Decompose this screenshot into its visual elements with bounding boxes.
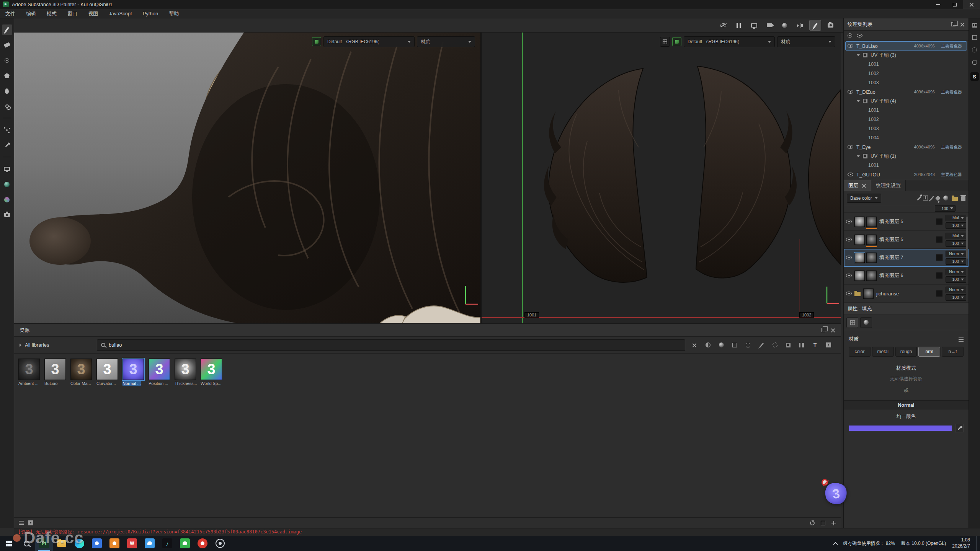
search-input[interactable] [109,342,681,348]
menu-mode[interactable]: 模式 [41,9,62,18]
screenshot-button[interactable] [825,20,836,31]
uv-grid-toggle[interactable] [660,37,670,47]
colorspace-select[interactable]: Default - sRGB IEC6196( [684,36,775,47]
add-asset-icon[interactable] [831,521,836,525]
layer-name[interactable]: 填充图层 7 [879,254,933,261]
filter-textures[interactable] [784,341,793,350]
asset-item-selected[interactable]: 3 Normal ... [122,359,144,386]
color-swatch[interactable] [849,425,952,431]
eye-icon[interactable] [846,256,852,259]
scrollbar[interactable] [966,217,968,259]
opacity-select[interactable]: 100 [946,294,966,301]
blend-mode-select[interactable]: Norm [946,287,966,293]
opacity-select[interactable]: 100 [946,258,966,265]
cube-view-icon[interactable] [972,60,977,65]
tab-texture-set-settings[interactable]: 纹理集设置 [871,180,906,191]
eye-icon[interactable] [857,34,862,37]
shader-settings-tool[interactable] [2,179,12,189]
chevron-down-icon[interactable] [857,100,860,102]
taskbar-tiktok[interactable]: ♪ [158,536,176,551]
viewport-2d[interactable]: Default - sRGB IEC6196( 材质 1001 1002 [482,33,841,323]
eraser-tool[interactable] [2,40,12,50]
layer-row-partial[interactable]: 100 [844,205,969,213]
channel-select[interactable]: 材质 [417,36,475,47]
particles-tool[interactable] [2,125,12,135]
uv-render[interactable] [482,33,841,323]
layer-name[interactable]: 填充图层 5 [879,218,933,225]
filter-alphas[interactable] [770,341,779,350]
smudge-tool[interactable] [2,86,12,96]
asset-thumbnail[interactable]: 3 [201,359,222,380]
channel-select[interactable]: 材质 [777,36,835,47]
layer-mask-thumbnail[interactable] [866,271,877,281]
maximize-button[interactable] [946,0,963,9]
filter-fonts[interactable]: T [810,341,820,350]
asset-item[interactable]: 3 Curvatur... [96,359,118,386]
channel-color-button[interactable]: color [849,347,871,357]
taskbar-app-red[interactable] [194,536,211,551]
close-tab-icon[interactable] [862,183,866,188]
taskbar-app-blue[interactable] [88,536,106,551]
refresh-icon[interactable] [810,521,815,525]
minimize-button[interactable] [929,0,946,9]
properties-tab-material[interactable] [846,317,858,328]
uv-tiles-row[interactable]: UV 平铺 (3) [845,51,967,60]
eye-icon[interactable] [846,238,852,241]
camera-settings-tool[interactable] [2,210,12,220]
filter-environments[interactable] [797,341,806,350]
taskbar-app-orange[interactable] [106,536,123,551]
taskbar-wechat[interactable] [176,536,194,551]
undock-icon[interactable] [821,328,825,332]
asset-item[interactable]: 3 Position ... [149,359,170,386]
opacity-select[interactable]: 100 [946,276,966,283]
projection-tool[interactable] [2,55,12,65]
asset-item[interactable]: 3 BuLiao [44,359,66,386]
menu-window[interactable]: 窗口 [62,9,83,18]
channel-height-button[interactable]: h→t [942,347,964,357]
substance-share-logo[interactable]: S [970,72,979,81]
undock-icon[interactable] [951,22,956,26]
texture-set-shader[interactable]: 主要着色器 [938,89,965,95]
close-icon[interactable] [960,22,965,27]
asset-thumbnail[interactable]: 3 [70,359,92,380]
symmetry-button[interactable] [794,20,806,31]
menu-javascript[interactable]: JavaScript [103,9,137,18]
hidden-icons-chevron[interactable] [833,542,838,547]
uv-tile-row[interactable]: 1003 [845,124,967,133]
layer-thumbnail[interactable] [854,253,865,263]
add-folder-icon[interactable] [952,197,958,201]
opacity-select[interactable]: 100 [935,205,956,212]
new-window-icon[interactable] [821,521,825,525]
add-smart-material-icon[interactable] [943,196,948,201]
filter-smart-materials[interactable] [717,341,726,350]
layer-row[interactable]: 填充图层 6 Norm 100 [844,267,969,285]
list-view-icon[interactable] [19,521,24,525]
layer-mask-thumbnail[interactable] [866,253,877,263]
uv-tile-row[interactable]: 1001 [845,106,967,115]
chevron-down-icon[interactable] [857,54,860,56]
colorspace-select[interactable]: Default - sRGB IEC6196( [323,36,415,47]
texture-set-shader[interactable]: 主要着色器 [938,172,965,178]
uv-tile-row[interactable]: 1001 [845,60,967,69]
layer-row-selected[interactable]: 填充图层 7 Norm 100 [844,249,969,267]
menu-view[interactable]: 视图 [83,9,103,18]
asset-thumbnail[interactable]: 3 [149,359,170,380]
channel-nrm-button[interactable]: nrm [918,347,940,357]
hamburger-menu-icon[interactable] [959,337,964,342]
solo-icon[interactable] [848,33,852,38]
paint-mode-button[interactable] [809,20,821,31]
close-button[interactable] [963,0,980,9]
layer-thumbnail[interactable] [854,271,865,281]
uv-tile-row[interactable]: 1001 [845,161,967,170]
asset-thumbnail[interactable]: 3 [96,359,118,380]
uv-tiles-row[interactable]: UV 平铺 (1) [845,152,967,161]
color-picker-button[interactable] [955,424,964,432]
asset-thumbnail[interactable]: 3 [18,359,40,380]
tile-view-icon[interactable] [28,520,33,525]
add-effect-icon[interactable] [917,196,921,201]
library-select[interactable]: All libraries [20,342,92,348]
chevron-down-icon[interactable] [857,155,860,157]
filter-materials[interactable] [703,341,712,350]
viewport-3d[interactable]: Default - sRGB IEC6196( 材质 [14,33,480,323]
postprocess-tool[interactable] [2,194,12,205]
